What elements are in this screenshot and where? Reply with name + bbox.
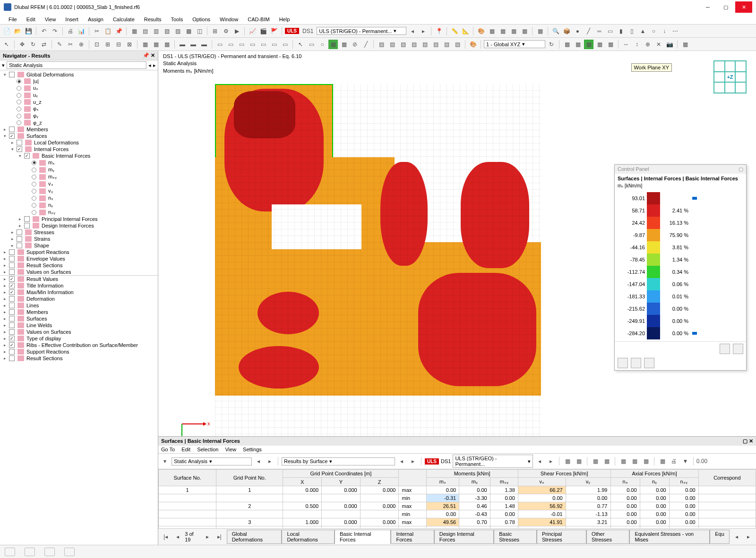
z5-icon[interactable]: 📷 [665,40,674,49]
select-icon[interactable]: ↖ [2,40,11,49]
tree-item[interactable]: ▸Max/Min Information [0,289,158,296]
edit3-icon[interactable]: ⊕ [77,40,86,49]
tree-item[interactable]: ▸Deformation [0,296,158,302]
prev-page-icon[interactable]: ◂ [173,532,182,541]
tree-item[interactable]: ▸Envelope Values [0,255,158,262]
z4-icon[interactable]: ✕ [654,40,663,49]
paste-icon[interactable]: 📌 [114,26,123,36]
next-page-icon[interactable]: ▸ [203,532,212,541]
pick4-icon[interactable]: ▦ [328,40,338,49]
tree-item[interactable]: ▸Shape [0,242,158,249]
cut-icon[interactable]: ✂ [92,26,102,36]
calc-icon[interactable]: 📊 [77,26,86,36]
tree-item[interactable]: ▸Design Internal Forces [0,222,158,229]
table-tab[interactable]: Local Deformations [282,530,335,544]
more-icon[interactable]: ⋯ [670,26,680,36]
solid-icon[interactable]: ▮ [616,26,626,36]
grid1-icon[interactable]: ▦ [140,40,150,49]
ext3-icon[interactable]: ▤ [398,40,408,49]
z3-icon[interactable]: ⊕ [643,40,653,49]
open2-icon[interactable]: ▯ [627,26,636,36]
table-tab[interactable]: Equ [710,530,730,544]
tree-item[interactable]: mₓᵧ [0,173,158,180]
calc2-icon[interactable]: ⚙ [221,26,231,36]
view4-icon[interactable]: ▧ [162,26,172,36]
tree-item[interactable]: nₓᵧ [0,209,158,216]
tree-item[interactable]: φₓ [0,105,158,112]
tbl-next1-icon[interactable]: ▸ [265,457,275,466]
tbl-menu-go-to[interactable]: Go To [161,447,175,452]
save-icon[interactable]: 💾 [24,26,33,36]
tree-item[interactable]: u_z [0,99,158,105]
cp-btn4[interactable] [631,358,641,368]
scroll-left-icon[interactable]: ◂ [732,532,741,541]
table-tab[interactable]: Other Stresses [586,530,629,544]
flag-icon[interactable]: 🚩 [269,26,279,36]
maximize-button[interactable]: ▢ [717,1,734,13]
render2-icon[interactable]: ▦ [487,26,497,36]
surf-icon[interactable]: ▭ [605,26,615,36]
snap4-icon[interactable]: ⊠ [125,40,134,49]
last-page-icon[interactable]: ▸| [215,532,224,541]
ext6-icon[interactable]: ▤ [431,40,440,49]
close-nav-icon[interactable]: ✕ [151,52,155,58]
table-tab[interactable]: Design Internal Forces [434,530,494,544]
tree-item[interactable]: mᵧ [0,166,158,173]
table-tab[interactable]: Basic Internal Forces [335,530,391,544]
view3-icon[interactable]: ▥ [151,26,161,36]
table-close-icon[interactable]: ✕ [749,438,753,444]
display-icon[interactable]: ▦ [535,26,545,36]
tree-item[interactable]: ▸Members [0,309,158,315]
tbl-next2-icon[interactable]: ▸ [408,457,418,466]
view-compass[interactable]: +Z [713,60,747,93]
cp-btn2[interactable] [733,344,743,354]
move-icon[interactable]: ✥ [17,40,27,49]
table-tab[interactable]: Equivalent Stresses - von Mises [629,530,710,544]
ext1-icon[interactable]: ▤ [377,40,386,49]
nav-next-icon[interactable]: ▸ [153,62,156,68]
tree-item[interactable]: ▸Principal Internal Forces [0,216,158,222]
tbl-prev3-icon[interactable]: ◂ [535,457,544,466]
results-icon[interactable]: 📈 [248,26,257,36]
tree-item[interactable]: ▾Internal Forces [0,146,158,152]
tree-item[interactable]: φ_z [0,119,158,126]
status-btn3[interactable] [44,548,55,556]
work-plane-xy-button[interactable]: ▦ [584,40,593,49]
w2-icon[interactable]: ▦ [573,40,583,49]
tbl-load-combo[interactable]: ULS (STR/GEO) - Permanent...▾ [453,455,533,468]
snap3-icon[interactable]: ⊟ [114,40,123,49]
tbl-i7-icon[interactable]: ▦ [641,457,651,466]
surf1-icon[interactable]: ▭ [215,40,224,49]
tbl-prev1-icon[interactable]: ◂ [254,457,263,466]
table-dock-icon[interactable]: ▢ [743,438,747,444]
tree-item[interactable]: ▸Support Reactions [0,348,158,355]
global-combo[interactable]: 1 - Global XYZ▾ [484,40,545,48]
view1-icon[interactable]: ▦ [129,26,139,36]
tree-item[interactable]: ▸Result Values [0,276,158,282]
cp-btn3[interactable] [618,358,628,368]
surf6-icon[interactable]: ▭ [269,40,279,49]
mirror-icon[interactable]: ⇄ [39,40,49,49]
menu-cad-bim[interactable]: CAD-BIM [243,15,274,24]
render1-icon[interactable]: 🎨 [476,26,486,36]
next-load-icon[interactable]: ▸ [419,26,428,36]
snap2-icon[interactable]: ⊞ [103,40,112,49]
load-icon[interactable]: ↓ [660,26,669,36]
w5-icon[interactable]: ▦ [606,40,615,49]
pick1-icon[interactable]: ↖ [296,40,305,49]
tbl-i2-icon[interactable]: ▦ [574,457,584,466]
pin-icon[interactable]: 📍 [434,26,444,36]
anim-icon[interactable]: 🎬 [258,26,268,36]
table-tab[interactable]: Basic Stresses [494,530,537,544]
tree-item[interactable]: ▾Global Deformations [0,71,158,78]
surf5-icon[interactable]: ▭ [258,40,268,49]
copy-icon[interactable]: 📋 [103,26,112,36]
tree-item[interactable]: ▾Basic Internal Forces [0,152,158,159]
line-icon[interactable]: ╱ [584,26,593,36]
refresh-icon[interactable]: ↻ [547,40,556,49]
tree-item[interactable]: ▸Type of display [0,335,158,342]
tbl-menu-view[interactable]: View [225,447,236,452]
minimize-button[interactable]: ─ [699,1,716,13]
search-icon[interactable]: 🔍 [551,26,560,36]
tree-item[interactable]: ▸Support Reactions [0,249,158,255]
